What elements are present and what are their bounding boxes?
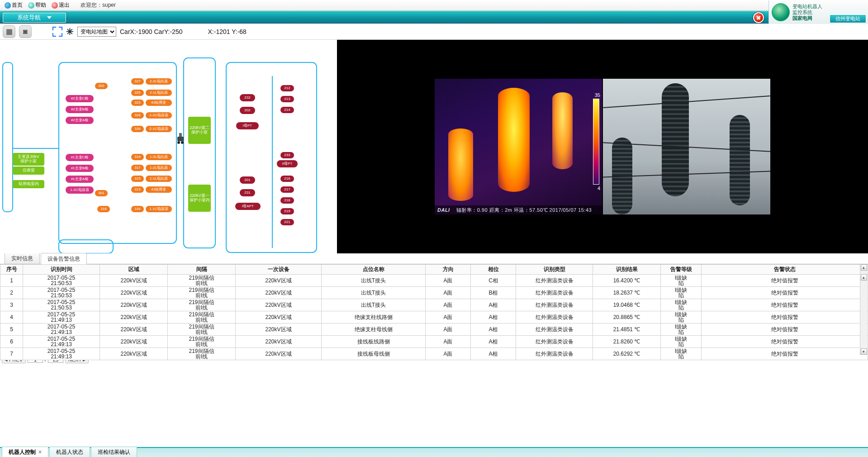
fit-view-button[interactable] bbox=[52, 27, 62, 37]
map-node[interactable]: 313 bbox=[131, 186, 144, 193]
map-node[interactable]: 216 bbox=[280, 176, 294, 182]
col-7[interactable]: 相位 bbox=[471, 265, 516, 275]
col-0[interactable]: 序号 bbox=[0, 265, 23, 275]
map-node[interactable]: #2主变C相 bbox=[66, 95, 94, 102]
map-node[interactable]: 2-1C电容器 bbox=[146, 126, 172, 132]
visible-view[interactable] bbox=[603, 79, 770, 214]
tool-2-button[interactable]: ◙ bbox=[19, 25, 32, 38]
map-node[interactable]: 213 bbox=[280, 96, 294, 102]
map-node[interactable]: I母PT bbox=[236, 122, 259, 129]
map-node[interactable]: 主变及35kV保护小室 bbox=[13, 153, 44, 166]
map-node[interactable]: 327 bbox=[131, 78, 144, 85]
table-row[interactable]: 22017-05-2521:50:53220kV区域219间隔信前I线220kV… bbox=[0, 287, 868, 299]
col-6[interactable]: 方向 bbox=[426, 265, 471, 275]
map-node[interactable]: 2-2L电抗器 bbox=[146, 78, 172, 85]
map-node[interactable]: 202 bbox=[240, 107, 255, 114]
menu-help[interactable]: 帮助 bbox=[26, 1, 48, 9]
center-view-button[interactable]: ✳ bbox=[66, 26, 74, 37]
map-node[interactable]: 301 bbox=[95, 190, 108, 196]
tool-1-button[interactable]: ▦ bbox=[3, 25, 15, 38]
menu-home[interactable]: 首页 bbox=[3, 1, 24, 9]
map-node[interactable]: 220kV第二保护小室 bbox=[188, 117, 211, 144]
thermal-view[interactable]: 35 4 DALI 辐射率：0.90 距离：2m 环温：57.50℃ 2017/… bbox=[435, 79, 602, 214]
map-node[interactable]: 232 bbox=[240, 94, 255, 101]
station-tag[interactable]: 信州变电站 bbox=[830, 14, 866, 23]
map-node[interactable]: 325 bbox=[131, 90, 144, 96]
scroll-up-icon[interactable]: ▴ bbox=[861, 264, 867, 271]
map-node[interactable]: 2-1L电抗器 bbox=[146, 90, 172, 96]
map-node[interactable]: 1-1L电抗器 bbox=[146, 176, 172, 182]
substation-map[interactable]: 主变及35kV保护小室仪表室站用电室内 220kV第二保护小室220kV第一保护… bbox=[0, 40, 337, 253]
tab-alarm[interactable]: 设备告警信息 bbox=[41, 253, 87, 264]
col-2[interactable]: 区域 bbox=[100, 265, 168, 275]
table-row[interactable]: 32017-05-2521:50:53220kV区域219间隔信前I线220kV… bbox=[0, 299, 868, 311]
map-node[interactable]: 2-2C电容器 bbox=[146, 112, 172, 119]
dock-robot-status[interactable]: 机器人状态 bbox=[49, 447, 90, 457]
sgcc-logo-icon bbox=[772, 3, 790, 21]
dock-inspect-confirm[interactable]: 巡检结果确认 bbox=[91, 447, 137, 457]
table-row[interactable]: 42017-05-2521:49:13220kV区域219间隔信前I线220kV… bbox=[0, 311, 868, 324]
system-nav-button[interactable]: 系统导航 bbox=[3, 13, 66, 23]
col-9[interactable]: 识别结果 bbox=[593, 265, 661, 275]
header-scroll[interactable]: ▴ bbox=[860, 264, 867, 274]
map-node[interactable]: 317 bbox=[131, 165, 144, 171]
map-node[interactable]: 1-3L电抗器 bbox=[146, 154, 172, 160]
map-node[interactable]: I母APT bbox=[235, 203, 261, 210]
map-node[interactable]: 1-2C电容器 bbox=[66, 186, 94, 194]
map-node[interactable]: #1主变C相 bbox=[66, 154, 94, 161]
map-node[interactable]: 316 bbox=[131, 206, 144, 212]
map-node[interactable]: 201 bbox=[240, 176, 255, 184]
menu-exit[interactable]: 退出 bbox=[50, 1, 71, 9]
map-node[interactable]: #1站用变 bbox=[146, 186, 172, 193]
svg-text:#2站用变: #2站用变 bbox=[152, 100, 166, 105]
col-10[interactable]: 告警等级 bbox=[661, 265, 702, 275]
close-button[interactable] bbox=[753, 12, 764, 23]
map-node[interactable]: 328 bbox=[131, 112, 144, 119]
dock-robot-control[interactable]: 机器人控制× bbox=[2, 447, 48, 457]
col-4[interactable]: 一次设备 bbox=[236, 265, 322, 275]
map-node[interactable]: 214 bbox=[280, 107, 294, 113]
map-node[interactable]: 仪表室 bbox=[13, 167, 44, 175]
map-node[interactable]: 323 bbox=[131, 100, 144, 106]
map-node[interactable]: #2主变A相 bbox=[66, 117, 94, 124]
map-node[interactable]: 站用电室内 bbox=[13, 180, 44, 188]
col-1[interactable]: 识别时间 bbox=[23, 265, 100, 275]
map-node[interactable]: 1-1C电容器 bbox=[146, 206, 172, 212]
map-node[interactable]: 319 bbox=[131, 154, 144, 160]
map-node[interactable]: 326 bbox=[131, 126, 144, 132]
map-select[interactable]: 变电站地图 bbox=[77, 27, 116, 37]
map-node[interactable]: II母PT bbox=[277, 160, 298, 167]
scroll-up-icon[interactable]: ▴ bbox=[861, 274, 867, 281]
map-node[interactable]: 1-2L电抗器 bbox=[146, 165, 172, 171]
map-node[interactable]: 218 bbox=[280, 197, 294, 204]
scroll-down-icon[interactable]: ▾ bbox=[861, 348, 867, 355]
col-3[interactable]: 间隔 bbox=[168, 265, 236, 275]
map-node[interactable]: 219 bbox=[280, 208, 294, 214]
map-node[interactable]: 233 bbox=[280, 152, 294, 158]
menu-exit-label: 退出 bbox=[59, 1, 70, 9]
map-node[interactable]: 315 bbox=[131, 176, 144, 182]
map-node[interactable]: 217 bbox=[280, 186, 294, 193]
table-row[interactable]: 72017-05-2521:49:13220kV区域219间隔信前I线220kV… bbox=[0, 348, 868, 360]
table-row[interactable]: 62017-05-2521:49:13220kV区域219间隔信前I线220kV… bbox=[0, 336, 868, 348]
map-node[interactable]: 212 bbox=[280, 85, 294, 91]
map-node[interactable]: 221 bbox=[280, 219, 294, 225]
map-node[interactable]: #2主变B相 bbox=[66, 106, 94, 113]
table-row[interactable]: 12017-05-2521:50:53220kV区域219间隔信前I线220kV… bbox=[0, 275, 868, 287]
map-node[interactable]: #1主变B相 bbox=[66, 165, 94, 172]
map-node[interactable]: #1主变A相 bbox=[66, 176, 94, 183]
col-5[interactable]: 点位名称 bbox=[322, 265, 426, 275]
tab-realtime[interactable]: 实时信息 bbox=[5, 252, 40, 264]
svg-text:仪表室: 仪表室 bbox=[23, 168, 35, 172]
close-icon[interactable]: × bbox=[38, 449, 42, 455]
col-11[interactable]: 告警状态 bbox=[702, 265, 868, 275]
col-8[interactable]: 识别类型 bbox=[516, 265, 593, 275]
map-node[interactable]: 318 bbox=[97, 206, 110, 212]
alarm-grid[interactable]: 序号识别时间区域间隔一次设备点位名称方向相位识别类型识别结果告警等级告警状态 1… bbox=[0, 264, 868, 360]
body-scroll[interactable]: ▴ ▾ bbox=[860, 274, 867, 355]
map-node[interactable]: 302 bbox=[95, 83, 108, 89]
map-node[interactable]: 231 bbox=[240, 189, 255, 196]
map-node[interactable]: 220kV第一保护小室内 bbox=[188, 185, 211, 212]
table-row[interactable]: 52017-05-2521:49:13220kV区域219间隔信前I线220kV… bbox=[0, 324, 868, 336]
map-node[interactable]: #2站用变 bbox=[146, 100, 172, 106]
